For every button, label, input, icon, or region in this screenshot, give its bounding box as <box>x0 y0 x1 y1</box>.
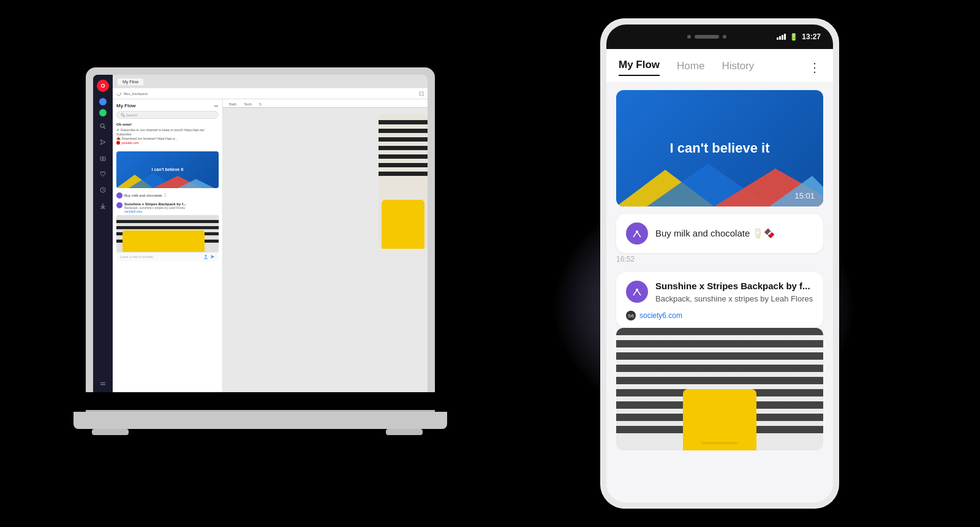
opera-sidebar: O <box>93 75 113 392</box>
flow-backpack-image <box>116 215 219 252</box>
phone-nav-tabs: My Flow Home History <box>619 59 754 76</box>
stripe-1 <box>616 328 823 335</box>
status-right: 🔋 13:27 <box>777 32 821 41</box>
flow-video-thumbnail: I can't believe it <box>116 151 219 188</box>
flow-message-label: Oh wow! <box>116 123 219 127</box>
bag-zipper <box>701 442 738 444</box>
sidebar-item-camera[interactable] <box>97 152 109 164</box>
phone-content-area: I can't believe it 15:01 Buy milk and ch… <box>606 83 833 502</box>
laptop-right-panel: Bath Tech S <box>223 99 428 392</box>
signal-bars <box>777 34 786 40</box>
tab-my-flow[interactable]: My Flow <box>619 59 660 76</box>
sidebar-item-search[interactable] <box>97 120 109 132</box>
phone-message-text: Buy milk and chocolate 🥛🍫 <box>655 228 775 239</box>
laptop-base <box>74 412 447 429</box>
phone-link-url[interactable]: S6 society6.com <box>616 311 823 328</box>
flow-avatar-icon <box>631 228 643 239</box>
svg-point-13 <box>216 105 217 107</box>
phone-message-time: 16:52 <box>616 255 833 264</box>
flow-backpack-url[interactable]: society6.com <box>124 210 186 213</box>
stripe-4 <box>616 365 823 372</box>
phone-link-title: Sunshine x Stripes Backpack by f... <box>655 281 813 291</box>
youtube-dot <box>116 141 120 145</box>
yellow-bag-visual <box>683 389 756 450</box>
sidebar-item-clock[interactable] <box>97 184 109 196</box>
sidebar-item-download[interactable] <box>97 200 109 212</box>
phone-navigation: My Flow Home History ⋮ <box>606 49 833 83</box>
phone-message-area: Buy milk and chocolate 🥛🍫 16:52 <box>606 207 833 265</box>
svg-point-26 <box>636 230 638 233</box>
flow-user-avatar <box>116 192 123 199</box>
flow-panel-container: My Flow 🔍 Search Oh wow! ✔ Subscribe to … <box>113 99 428 392</box>
stripe-3 <box>616 352 823 360</box>
svg-marker-21 <box>211 255 214 259</box>
laptop-active-tab[interactable]: My Flow <box>118 78 143 85</box>
backpack-visual-right <box>379 114 428 249</box>
flow-backpack-details: Sunshine x Stripes Backpack by f... Back… <box>124 202 186 213</box>
refresh-icon[interactable] <box>116 91 121 96</box>
tab-history[interactable]: History <box>722 60 754 76</box>
right-tab-s[interactable]: S <box>257 101 264 107</box>
signal-bar-4 <box>784 34 786 40</box>
laptop-right-tabs: Bath Tech S <box>223 99 428 108</box>
laptop-tab-bar: My Flow <box>113 75 428 88</box>
status-center <box>687 35 726 39</box>
flow-message-oh-wow: Oh wow! ✔ Subscribe to our channel to ke… <box>116 123 219 145</box>
stripe-5 <box>616 377 823 384</box>
right-tab-bath[interactable]: Bath <box>227 101 239 107</box>
flow-message-text2: 📥 Download our browser! https://apr.a... <box>116 137 219 141</box>
more-options-button[interactable]: ⋮ <box>809 61 821 74</box>
svg-point-12 <box>214 105 216 107</box>
phone-link-avatar <box>626 281 648 303</box>
phone-message-bubble: Buy milk and chocolate 🥛🍫 <box>616 214 823 253</box>
svg-marker-2 <box>100 140 105 145</box>
battery-icon: 🔋 <box>790 33 798 41</box>
society6-icon: S6 <box>626 311 636 320</box>
sidebar-item-send[interactable] <box>97 136 109 148</box>
phone-video-card[interactable]: I can't believe it 15:01 <box>616 90 823 207</box>
signal-bar-2 <box>779 36 781 40</box>
laptop-right-content <box>223 108 428 392</box>
status-time: 13:27 <box>802 32 821 41</box>
upload-icon[interactable] <box>203 254 208 259</box>
sidebar-item-flow[interactable] <box>99 98 107 105</box>
right-tab-tech[interactable]: Tech <box>241 101 254 107</box>
phone-link-card[interactable]: Sunshine x Stripes Backpack by f... Back… <box>616 272 823 328</box>
flow-options-icon[interactable] <box>214 104 219 108</box>
sidebar-item-whatsapp[interactable] <box>99 109 107 116</box>
send-icon[interactable] <box>210 254 215 259</box>
sidebar-item-heart[interactable] <box>97 168 109 180</box>
flow-buy-message: Buy milk and chocolate 🥛 <box>116 192 219 199</box>
laptop-browser-content: My Flow files_backpack My Flow <box>113 75 428 392</box>
speaker-oval <box>695 35 719 39</box>
bookmark-icon[interactable] <box>419 91 424 96</box>
svg-rect-10 <box>100 382 105 383</box>
signal-bar-1 <box>777 37 778 40</box>
flow-youtube-link[interactable]: youtube.com <box>116 141 219 145</box>
opera-logo-icon[interactable]: O <box>97 80 109 92</box>
phone-video-time: 15:01 <box>794 191 815 200</box>
flow-note-placeholder[interactable]: Leave a note to yourself... <box>120 255 203 259</box>
flow-note-bar: Leave a note to yourself... <box>116 252 219 262</box>
phone-mountains-svg <box>616 157 823 207</box>
backpack-visual-phone <box>616 328 823 450</box>
laptop-backpack-peek <box>379 114 428 249</box>
laptop-address-bar: files_backpack <box>113 88 428 99</box>
flow-message-text: ✔ Subscribe to our channel to keep in to… <box>116 128 219 137</box>
laptop-screen-outer: O <box>86 67 435 392</box>
tab-home[interactable]: Home <box>677 60 704 76</box>
svg-line-1 <box>104 127 106 129</box>
phone-user-avatar <box>626 222 648 245</box>
phone-status-bar: 🔋 13:27 <box>606 25 833 49</box>
phone-link-description: Backpack, sunshine x stripes by Leah Flo… <box>655 294 813 305</box>
flow-backpack-avatar <box>116 202 123 208</box>
sidebar-item-settings[interactable] <box>97 377 109 390</box>
link-avatar-icon <box>631 286 643 297</box>
flow-buy-text: Buy milk and chocolate 🥛 <box>124 193 167 197</box>
svg-rect-11 <box>100 384 105 385</box>
laptop-device: O <box>86 67 441 447</box>
phone-screen: 🔋 13:27 My Flow Home History ⋮ <box>606 25 833 502</box>
flow-search-input[interactable]: 🔍 Search <box>116 111 219 119</box>
phone-device: 🔋 13:27 My Flow Home History ⋮ <box>600 18 839 509</box>
sensor-dot <box>723 35 726 39</box>
